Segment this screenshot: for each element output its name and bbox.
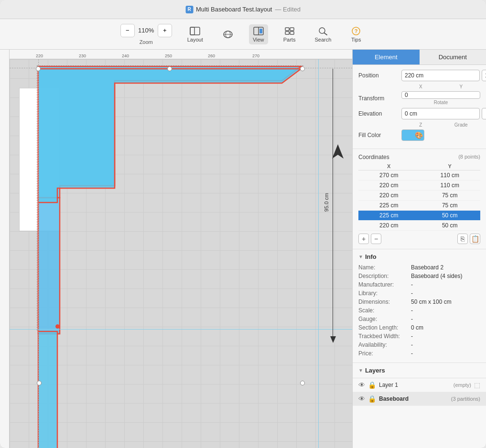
ruler-h-marks: 220 230 240 250 260 270 bbox=[10, 50, 352, 59]
handle-tr[interactable] bbox=[300, 66, 305, 71]
layout-button[interactable]: Layout bbox=[184, 24, 207, 44]
info-trackbed-label: Trackbed Width: bbox=[358, 333, 411, 340]
coord-x-2: 220 cm bbox=[358, 191, 420, 201]
layer-badge-2: (3 partitions) bbox=[451, 396, 480, 402]
coord-y-5: 50 cm bbox=[420, 221, 481, 231]
info-dim-value: 50 cm x 100 cm bbox=[411, 299, 452, 305]
info-section-row: Section Length: 0 cm bbox=[358, 324, 480, 331]
panel-tabs: Element Document bbox=[353, 50, 486, 65]
coord-row-5[interactable]: 220 cm50 cm bbox=[358, 221, 480, 231]
view-button[interactable]: View bbox=[249, 24, 268, 44]
svg-text:?: ? bbox=[355, 28, 358, 34]
svg-rect-8 bbox=[285, 28, 289, 31]
add-coord-button[interactable]: + bbox=[358, 234, 369, 244]
coords-label: Coordinates bbox=[358, 154, 389, 160]
layout-label: Layout bbox=[187, 37, 203, 43]
tab-document[interactable]: Document bbox=[420, 50, 486, 64]
zoom-in-button[interactable]: + bbox=[158, 24, 172, 37]
info-mfr-value: - bbox=[411, 281, 413, 288]
layer-name-2: Baseboard bbox=[379, 395, 448, 402]
layer-select-1[interactable]: ⬚ bbox=[474, 381, 480, 389]
edited-label: — Edited bbox=[275, 6, 300, 13]
transform-input[interactable] bbox=[401, 91, 480, 99]
info-gauge-label: Gauge: bbox=[358, 316, 411, 322]
copy-coord-button[interactable]: ⎘ bbox=[457, 234, 468, 244]
elevation-label: Elevation bbox=[358, 110, 401, 117]
info-avail-value: - bbox=[411, 341, 413, 348]
selection-left bbox=[37, 65, 40, 331]
remove-coord-button[interactable]: − bbox=[371, 234, 381, 244]
svg-line-13 bbox=[324, 33, 327, 35]
layers-section: ▼ Layers 👁 🔒 Layer 1 (empty) ⬚ 👁 🔒 Baseb… bbox=[353, 363, 486, 406]
info-desc-value: Baseboard (4 sides) bbox=[411, 273, 462, 279]
layer-lock-icon-2[interactable]: 🔒 bbox=[368, 395, 376, 403]
3d-button[interactable] bbox=[218, 28, 238, 41]
info-desc-row: Description: Baseboard (4 sides) bbox=[358, 273, 480, 279]
coord-x-5: 220 cm bbox=[358, 221, 420, 231]
svg-rect-0 bbox=[190, 27, 200, 35]
svg-rect-10 bbox=[285, 32, 289, 34]
tips-button[interactable]: ? Tips bbox=[346, 24, 366, 44]
fill-color-preview[interactable]: 🎨 bbox=[401, 129, 424, 141]
layers-toggle-icon: ▼ bbox=[358, 368, 363, 373]
dimension-label: 95.0 cm bbox=[324, 193, 329, 212]
info-price-label: Price: bbox=[358, 350, 411, 357]
handle-tc[interactable] bbox=[167, 66, 172, 71]
layer-visible-icon-2[interactable]: 👁 bbox=[358, 395, 365, 403]
info-header[interactable]: ▼ Info bbox=[358, 253, 480, 260]
elevation-z-input[interactable] bbox=[401, 108, 480, 119]
handle-tl[interactable] bbox=[36, 66, 41, 71]
position-x-input[interactable] bbox=[401, 70, 480, 81]
zoom-out-button[interactable]: − bbox=[120, 24, 135, 37]
position-sublabels: X Y bbox=[401, 84, 480, 89]
info-price-value: - bbox=[411, 350, 413, 357]
info-desc-label: Description: bbox=[358, 273, 411, 279]
info-lib-value: - bbox=[411, 290, 413, 297]
info-name-value: Baseboard 2 bbox=[411, 264, 443, 271]
search-icon bbox=[317, 26, 329, 36]
layer-item-2[interactable]: 👁 🔒 Baseboard (3 partitions) bbox=[353, 392, 486, 406]
layer-visible-icon-1[interactable]: 👁 bbox=[358, 381, 365, 389]
canvas-content[interactable]: 95.0 cm bbox=[10, 59, 352, 448]
app-window: R Multi Baseboard Test.layout — Edited −… bbox=[0, 0, 486, 448]
info-toggle-icon: ▼ bbox=[358, 254, 363, 259]
canvas-body: 95.0 cm bbox=[0, 59, 352, 448]
tips-icon: ? bbox=[350, 26, 362, 36]
dim-arrow-bottom bbox=[330, 336, 336, 345]
info-name-label: Name: bbox=[358, 264, 411, 271]
handle-br[interactable] bbox=[300, 381, 305, 385]
grade-sublabel: Grade bbox=[442, 122, 481, 128]
right-panel: Element Document Position X Y bbox=[352, 50, 486, 448]
info-dim-row: Dimensions: 50 cm x 100 cm bbox=[358, 299, 480, 305]
svg-rect-9 bbox=[290, 28, 294, 31]
coord-row-0[interactable]: 270 cm110 cm bbox=[358, 171, 480, 181]
elevation-grade-input[interactable] bbox=[482, 108, 486, 119]
parts-button[interactable]: Parts bbox=[280, 24, 300, 44]
layer-item-1[interactable]: 👁 🔒 Layer 1 (empty) ⬚ bbox=[353, 378, 486, 392]
svg-rect-1 bbox=[190, 27, 194, 35]
color-wheel-icon: 🎨 bbox=[415, 131, 423, 139]
info-scale-row: Scale: - bbox=[358, 307, 480, 314]
svg-marker-20 bbox=[330, 336, 336, 343]
main-area: 220 230 240 250 260 270 bbox=[0, 50, 486, 448]
coords-points: (8 points) bbox=[458, 154, 480, 160]
layers-header[interactable]: ▼ Layers bbox=[353, 363, 486, 378]
coord-row-1[interactable]: 220 cm110 cm bbox=[358, 181, 480, 191]
layer-lock-icon-1[interactable]: 🔒 bbox=[368, 381, 376, 389]
paste-coord-button[interactable]: 📋 bbox=[470, 234, 480, 244]
tab-element[interactable]: Element bbox=[353, 50, 420, 64]
coord-row-2[interactable]: 220 cm75 cm bbox=[358, 191, 480, 201]
toolbar: − 110% + Zoom Layout bbox=[0, 19, 486, 50]
info-title: Info bbox=[365, 253, 377, 260]
rotate-sublabel: Rotate bbox=[434, 100, 448, 105]
fill-color-label: Fill Color bbox=[358, 132, 401, 139]
position-y-input[interactable] bbox=[482, 70, 486, 81]
handle-red[interactable] bbox=[55, 324, 60, 329]
coord-row-3[interactable]: 225 cm75 cm bbox=[358, 201, 480, 211]
position-row: Position bbox=[358, 70, 480, 81]
info-trackbed-row: Trackbed Width: - bbox=[358, 333, 480, 340]
search-button[interactable]: Search bbox=[311, 24, 335, 44]
handle-bl[interactable] bbox=[37, 381, 42, 385]
title-text: Multi Baseboard Test.layout bbox=[196, 6, 272, 13]
coord-row-4[interactable]: 225 cm50 cm bbox=[358, 211, 480, 221]
